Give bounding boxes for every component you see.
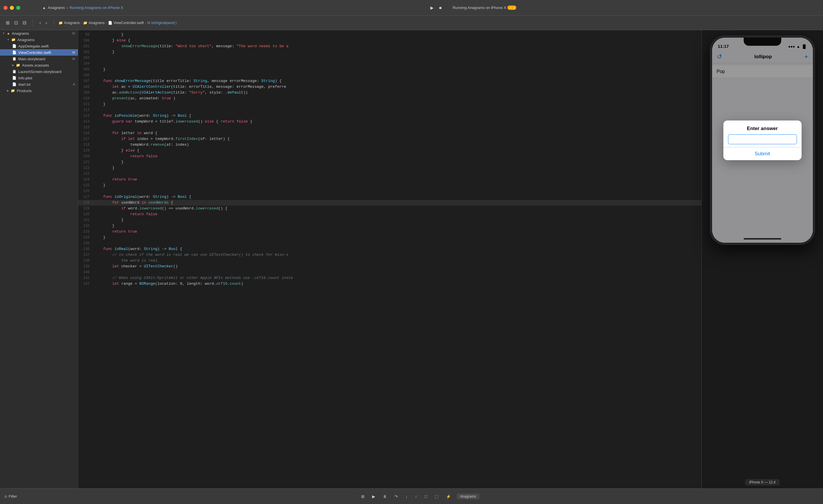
- code-line: 135: [78, 240, 701, 246]
- debug-toggle[interactable]: ⊟: [21, 19, 28, 27]
- device-name: Running Anagrams on iPhone X: [69, 5, 123, 10]
- assets-icon: 📁: [16, 63, 20, 67]
- maximize-button[interactable]: [16, 6, 20, 10]
- badge-a: A: [73, 82, 75, 86]
- code-line: 118 tempWord.remove(at: index): [78, 142, 701, 148]
- sidebar-item-infoplist[interactable]: 📄 Info.plist: [0, 75, 78, 81]
- breadcrumb-item-4[interactable]: isOriginal(word:): [151, 21, 177, 25]
- warning-icon: ⚠: [509, 6, 512, 10]
- swift-icon: 📄: [12, 44, 16, 48]
- sidebar-item-appdelegate[interactable]: 📄 AppDelegate.swift: [0, 43, 78, 49]
- badge-m: M: [72, 57, 75, 60]
- toolbar-separator-1: [33, 19, 33, 26]
- badge-m: M: [72, 51, 75, 54]
- stop-button[interactable]: ■: [437, 4, 443, 11]
- sidebar-label: Info.plist: [18, 76, 75, 80]
- sidebar-item-viewcontroller[interactable]: 📄 ViewController.swift M: [0, 49, 78, 56]
- project-icon: ▲: [7, 31, 10, 35]
- device-label: iPhone X — 12.4: [745, 479, 780, 485]
- breakpoints-btn[interactable]: ⚡: [444, 493, 453, 500]
- code-line: 104: [78, 61, 701, 66]
- bottom-bar: ⊕ Filter ⊞ ▶ ⏸ ↷ ↓ ↑ □ ⬚ ⚡ Anagrams: [0, 488, 823, 504]
- play-btn[interactable]: ▶: [370, 493, 377, 500]
- iphone-panel: 11:17 ●●● ▲ ▐▌ ↺ lollipop + Pop: [701, 30, 823, 488]
- code-line: 127 func isOriginal(word: String) -> Boo…: [78, 194, 701, 200]
- inspector-toggle[interactable]: ⊡: [12, 19, 20, 27]
- code-line: 117 if let index = tempWord.firstIndex(o…: [78, 136, 701, 142]
- sidebar-item-assets[interactable]: ▶ 📁 Assets.xcassets: [0, 62, 78, 68]
- code-line: 110 present(ac, animated: true ): [78, 96, 701, 102]
- sidebar-badge: M: [72, 32, 75, 35]
- breadcrumb-item-3[interactable]: ViewController.swift: [114, 21, 144, 25]
- code-line: 114 guard var tempWord = title?.lowercas…: [78, 119, 701, 125]
- pause-btn[interactable]: ⏸: [381, 493, 389, 500]
- code-editor[interactable]: 99 } 100 } else { 101 showErrorMessage(t…: [78, 30, 701, 488]
- iphone-screen: 11:17 ●●● ▲ ▐▌ ↺ lollipop + Pop: [712, 38, 813, 243]
- scheme-icon: ▲: [42, 5, 46, 10]
- code-line: 107 func showErrorMessage(title errorTit…: [78, 78, 701, 84]
- tab-label: Running Anagrams on iPhone X: [453, 5, 506, 10]
- debug-view-btn[interactable]: □: [423, 493, 429, 500]
- active-tab: Running Anagrams on iPhone X ⚠ 2: [453, 5, 516, 10]
- scheme-label: Anagrams: [457, 494, 480, 499]
- step-out-btn[interactable]: ↑: [413, 493, 419, 500]
- sidebar-item-products[interactable]: ▶ 📁 Products: [0, 88, 78, 94]
- code-line: 121 }: [78, 159, 701, 165]
- title-bar-center: ▶ ■ Running Anagrams on iPhone X ⚠ 2: [125, 4, 820, 11]
- code-line: 113 func isPossible(word: String) -> Boo…: [78, 113, 701, 119]
- nav-forward[interactable]: ›: [44, 19, 49, 27]
- filter-section[interactable]: ⊕ Filter: [4, 494, 17, 499]
- text-icon: 📄: [12, 82, 16, 86]
- sidebar-item-mainstoryboard[interactable]: 📋 Main.storyboard M: [0, 56, 78, 62]
- run-button[interactable]: ▶: [429, 4, 436, 11]
- code-line: 141 // When using UIKit/SpriteKit or oth…: [78, 275, 701, 281]
- code-line: 142 let range = NSRange(location: 0, len…: [78, 281, 701, 287]
- sidebar-item-starttxt[interactable]: 📄 start.txt A: [0, 81, 78, 88]
- step-over-btn[interactable]: ↷: [393, 493, 399, 500]
- nav-back[interactable]: ‹: [38, 19, 42, 27]
- sidebar-item-root[interactable]: ▼ ▲ Anagrams M: [0, 30, 78, 36]
- arrow-icon: ▶: [12, 64, 14, 66]
- code-line-highlighted: 128 for usedWord in usedWords {: [78, 200, 701, 206]
- alert-input[interactable]: [728, 134, 797, 144]
- scheme-name: Anagrams: [48, 5, 65, 10]
- chevron-icon: ›: [66, 5, 68, 10]
- folder-icon: 📁: [11, 38, 16, 42]
- step-into-btn[interactable]: ↓: [404, 493, 409, 500]
- breadcrumb-item-1[interactable]: Anagrams: [64, 21, 80, 25]
- breadcrumb-icon-3: 📄: [108, 21, 112, 25]
- close-button[interactable]: [3, 6, 8, 10]
- code-line: 140: [78, 270, 701, 275]
- breadcrumb-icon-2: 📁: [83, 21, 88, 25]
- iphone-device: 11:17 ●●● ▲ ▐▌ ↺ lollipop + Pop: [710, 36, 815, 244]
- code-line: 111 }: [78, 102, 701, 107]
- sidebar-label: LaunchScreen.storyboard: [18, 69, 75, 74]
- simulate-btn[interactable]: ⬚: [433, 493, 440, 500]
- code-line: 131 }: [78, 217, 701, 223]
- filter-icon: ⊕: [4, 494, 8, 499]
- sidebar-label: AppDelegate.swift: [18, 44, 75, 48]
- code-line: 108 let ac = UIAlertController(title: er…: [78, 84, 701, 90]
- navigator-toggle[interactable]: ⊞: [4, 19, 11, 27]
- code-line: 103: [78, 55, 701, 61]
- code-line: 133 return true: [78, 229, 701, 234]
- alert-box: Enter answer Submit: [723, 121, 802, 160]
- sidebar-item-label: Anagrams: [12, 31, 71, 36]
- code-line: 109 ac.addAction(UIAlertAction(title: "S…: [78, 90, 701, 96]
- sidebar-item-anagrams[interactable]: ▼ 📁 Anagrams: [0, 36, 78, 43]
- alert-overlay: Enter answer Submit: [712, 38, 813, 243]
- minimize-button[interactable]: [10, 6, 14, 10]
- code-line: 129 if word.lowercased() == usedWord.low…: [78, 206, 701, 211]
- traffic-lights: [3, 6, 20, 10]
- breadcrumb-item-2[interactable]: Anagrams: [89, 21, 105, 25]
- code-line: 125 }: [78, 182, 701, 188]
- code-line: 120 return false: [78, 154, 701, 159]
- code-line: 116 for letter in word {: [78, 130, 701, 136]
- code-line: 122 }: [78, 165, 701, 171]
- editor-btn[interactable]: ⊞: [359, 493, 366, 500]
- sidebar-item-launchscreen[interactable]: 📋 LaunchScreen.storyboard: [0, 68, 78, 75]
- breadcrumb-icon-4: M: [147, 21, 150, 25]
- alert-submit-btn[interactable]: Submit: [723, 147, 802, 160]
- code-line: 130 return false: [78, 211, 701, 217]
- sidebar-label: Main.storyboard: [18, 57, 71, 61]
